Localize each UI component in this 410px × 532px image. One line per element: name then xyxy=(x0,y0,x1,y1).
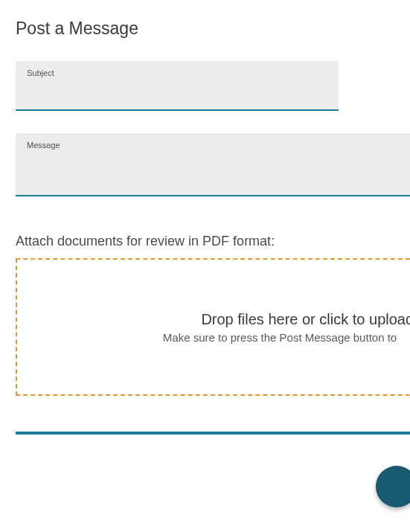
attach-heading: Attach documents for review in PDF forma… xyxy=(16,234,410,249)
message-label: Message xyxy=(27,141,410,150)
message-input[interactable] xyxy=(27,153,410,190)
message-field-container[interactable]: Message xyxy=(16,133,410,196)
subject-label: Subject xyxy=(27,68,327,77)
dropzone-title: Drop files here or click to upload. xyxy=(30,311,410,328)
page-title: Post a Message xyxy=(16,19,410,39)
file-dropzone[interactable]: Drop files here or click to upload. Make… xyxy=(16,258,410,396)
subject-field-container[interactable]: Subject xyxy=(16,61,339,111)
dropzone-subtitle: Make sure to press the Post Message butt… xyxy=(51,331,397,344)
divider xyxy=(16,432,410,435)
post-message-button[interactable] xyxy=(376,466,410,507)
subject-input[interactable] xyxy=(27,81,327,93)
